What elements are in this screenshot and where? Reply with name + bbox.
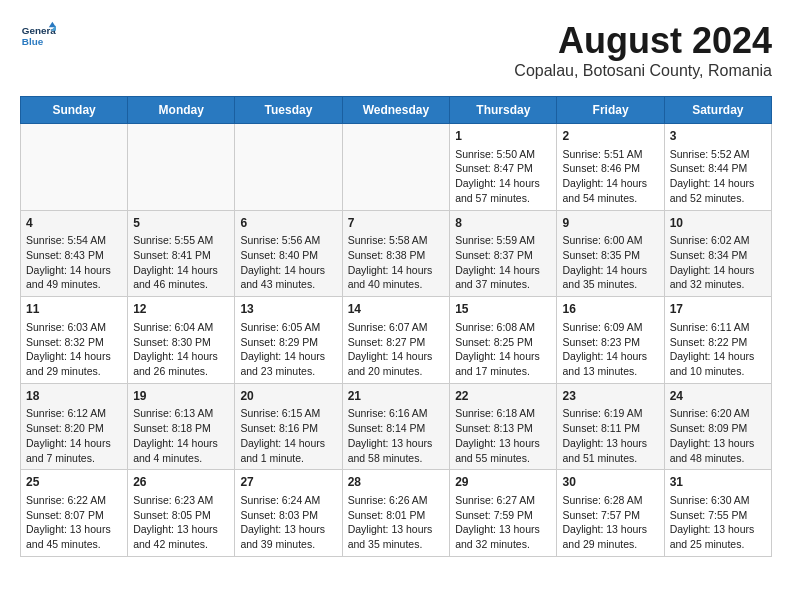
day-number: 4 (26, 215, 122, 232)
day-info: Sunrise: 6:11 AM Sunset: 8:22 PM Dayligh… (670, 320, 766, 379)
page-header: General Blue August 2024 Copalau, Botosa… (20, 20, 772, 80)
calendar-cell: 14Sunrise: 6:07 AM Sunset: 8:27 PM Dayli… (342, 297, 450, 384)
day-info: Sunrise: 6:30 AM Sunset: 7:55 PM Dayligh… (670, 493, 766, 552)
day-number: 26 (133, 474, 229, 491)
day-number: 17 (670, 301, 766, 318)
col-header-monday: Monday (128, 97, 235, 124)
calendar-cell: 28Sunrise: 6:26 AM Sunset: 8:01 PM Dayli… (342, 470, 450, 557)
calendar-cell: 25Sunrise: 6:22 AM Sunset: 8:07 PM Dayli… (21, 470, 128, 557)
title-block: August 2024 Copalau, Botosani County, Ro… (514, 20, 772, 80)
calendar-cell: 20Sunrise: 6:15 AM Sunset: 8:16 PM Dayli… (235, 383, 342, 470)
day-number: 30 (562, 474, 658, 491)
day-number: 25 (26, 474, 122, 491)
day-number: 15 (455, 301, 551, 318)
calendar-cell: 10Sunrise: 6:02 AM Sunset: 8:34 PM Dayli… (664, 210, 771, 297)
col-header-sunday: Sunday (21, 97, 128, 124)
day-info: Sunrise: 6:03 AM Sunset: 8:32 PM Dayligh… (26, 320, 122, 379)
day-number: 31 (670, 474, 766, 491)
day-number: 9 (562, 215, 658, 232)
day-number: 28 (348, 474, 445, 491)
day-number: 18 (26, 388, 122, 405)
calendar-week-4: 18Sunrise: 6:12 AM Sunset: 8:20 PM Dayli… (21, 383, 772, 470)
day-number: 14 (348, 301, 445, 318)
calendar-cell: 22Sunrise: 6:18 AM Sunset: 8:13 PM Dayli… (450, 383, 557, 470)
day-number: 11 (26, 301, 122, 318)
day-info: Sunrise: 6:15 AM Sunset: 8:16 PM Dayligh… (240, 406, 336, 465)
col-header-friday: Friday (557, 97, 664, 124)
day-number: 24 (670, 388, 766, 405)
day-number: 1 (455, 128, 551, 145)
calendar-cell: 18Sunrise: 6:12 AM Sunset: 8:20 PM Dayli… (21, 383, 128, 470)
calendar-cell: 27Sunrise: 6:24 AM Sunset: 8:03 PM Dayli… (235, 470, 342, 557)
calendar-cell: 21Sunrise: 6:16 AM Sunset: 8:14 PM Dayli… (342, 383, 450, 470)
calendar-cell: 29Sunrise: 6:27 AM Sunset: 7:59 PM Dayli… (450, 470, 557, 557)
calendar-cell: 16Sunrise: 6:09 AM Sunset: 8:23 PM Dayli… (557, 297, 664, 384)
calendar-week-5: 25Sunrise: 6:22 AM Sunset: 8:07 PM Dayli… (21, 470, 772, 557)
calendar-cell: 11Sunrise: 6:03 AM Sunset: 8:32 PM Dayli… (21, 297, 128, 384)
day-number: 13 (240, 301, 336, 318)
day-number: 2 (562, 128, 658, 145)
calendar-cell: 5Sunrise: 5:55 AM Sunset: 8:41 PM Daylig… (128, 210, 235, 297)
day-info: Sunrise: 6:28 AM Sunset: 7:57 PM Dayligh… (562, 493, 658, 552)
day-info: Sunrise: 6:08 AM Sunset: 8:25 PM Dayligh… (455, 320, 551, 379)
page-subtitle: Copalau, Botosani County, Romania (514, 62, 772, 80)
day-number: 20 (240, 388, 336, 405)
day-info: Sunrise: 6:07 AM Sunset: 8:27 PM Dayligh… (348, 320, 445, 379)
day-info: Sunrise: 5:51 AM Sunset: 8:46 PM Dayligh… (562, 147, 658, 206)
calendar-cell: 17Sunrise: 6:11 AM Sunset: 8:22 PM Dayli… (664, 297, 771, 384)
col-header-saturday: Saturday (664, 97, 771, 124)
day-number: 3 (670, 128, 766, 145)
calendar-cell: 7Sunrise: 5:58 AM Sunset: 8:38 PM Daylig… (342, 210, 450, 297)
svg-text:Blue: Blue (22, 36, 44, 47)
calendar-cell: 26Sunrise: 6:23 AM Sunset: 8:05 PM Dayli… (128, 470, 235, 557)
day-number: 6 (240, 215, 336, 232)
day-info: Sunrise: 5:56 AM Sunset: 8:40 PM Dayligh… (240, 233, 336, 292)
day-info: Sunrise: 5:54 AM Sunset: 8:43 PM Dayligh… (26, 233, 122, 292)
day-info: Sunrise: 6:20 AM Sunset: 8:09 PM Dayligh… (670, 406, 766, 465)
calendar-cell: 15Sunrise: 6:08 AM Sunset: 8:25 PM Dayli… (450, 297, 557, 384)
calendar-cell: 2Sunrise: 5:51 AM Sunset: 8:46 PM Daylig… (557, 124, 664, 211)
day-info: Sunrise: 6:00 AM Sunset: 8:35 PM Dayligh… (562, 233, 658, 292)
calendar-week-1: 1Sunrise: 5:50 AM Sunset: 8:47 PM Daylig… (21, 124, 772, 211)
day-info: Sunrise: 6:26 AM Sunset: 8:01 PM Dayligh… (348, 493, 445, 552)
col-header-thursday: Thursday (450, 97, 557, 124)
calendar-cell: 1Sunrise: 5:50 AM Sunset: 8:47 PM Daylig… (450, 124, 557, 211)
calendar-header-row: SundayMondayTuesdayWednesdayThursdayFrid… (21, 97, 772, 124)
logo-icon: General Blue (20, 20, 56, 56)
calendar-cell: 4Sunrise: 5:54 AM Sunset: 8:43 PM Daylig… (21, 210, 128, 297)
day-info: Sunrise: 6:19 AM Sunset: 8:11 PM Dayligh… (562, 406, 658, 465)
day-number: 29 (455, 474, 551, 491)
day-number: 10 (670, 215, 766, 232)
day-info: Sunrise: 6:22 AM Sunset: 8:07 PM Dayligh… (26, 493, 122, 552)
day-info: Sunrise: 6:18 AM Sunset: 8:13 PM Dayligh… (455, 406, 551, 465)
calendar-cell: 6Sunrise: 5:56 AM Sunset: 8:40 PM Daylig… (235, 210, 342, 297)
day-info: Sunrise: 5:58 AM Sunset: 8:38 PM Dayligh… (348, 233, 445, 292)
logo: General Blue (20, 20, 56, 56)
calendar-cell: 24Sunrise: 6:20 AM Sunset: 8:09 PM Dayli… (664, 383, 771, 470)
day-number: 7 (348, 215, 445, 232)
col-header-wednesday: Wednesday (342, 97, 450, 124)
day-info: Sunrise: 6:05 AM Sunset: 8:29 PM Dayligh… (240, 320, 336, 379)
day-number: 19 (133, 388, 229, 405)
day-number: 23 (562, 388, 658, 405)
calendar-week-3: 11Sunrise: 6:03 AM Sunset: 8:32 PM Dayli… (21, 297, 772, 384)
day-info: Sunrise: 6:09 AM Sunset: 8:23 PM Dayligh… (562, 320, 658, 379)
calendar-cell: 13Sunrise: 6:05 AM Sunset: 8:29 PM Dayli… (235, 297, 342, 384)
day-info: Sunrise: 6:13 AM Sunset: 8:18 PM Dayligh… (133, 406, 229, 465)
day-info: Sunrise: 5:52 AM Sunset: 8:44 PM Dayligh… (670, 147, 766, 206)
day-number: 27 (240, 474, 336, 491)
calendar-cell: 19Sunrise: 6:13 AM Sunset: 8:18 PM Dayli… (128, 383, 235, 470)
calendar-cell: 23Sunrise: 6:19 AM Sunset: 8:11 PM Dayli… (557, 383, 664, 470)
day-info: Sunrise: 6:16 AM Sunset: 8:14 PM Dayligh… (348, 406, 445, 465)
day-number: 12 (133, 301, 229, 318)
day-info: Sunrise: 6:04 AM Sunset: 8:30 PM Dayligh… (133, 320, 229, 379)
calendar-table: SundayMondayTuesdayWednesdayThursdayFrid… (20, 96, 772, 557)
calendar-week-2: 4Sunrise: 5:54 AM Sunset: 8:43 PM Daylig… (21, 210, 772, 297)
calendar-cell (342, 124, 450, 211)
day-info: Sunrise: 6:24 AM Sunset: 8:03 PM Dayligh… (240, 493, 336, 552)
day-info: Sunrise: 6:02 AM Sunset: 8:34 PM Dayligh… (670, 233, 766, 292)
calendar-cell: 30Sunrise: 6:28 AM Sunset: 7:57 PM Dayli… (557, 470, 664, 557)
calendar-cell: 12Sunrise: 6:04 AM Sunset: 8:30 PM Dayli… (128, 297, 235, 384)
col-header-tuesday: Tuesday (235, 97, 342, 124)
day-info: Sunrise: 6:27 AM Sunset: 7:59 PM Dayligh… (455, 493, 551, 552)
